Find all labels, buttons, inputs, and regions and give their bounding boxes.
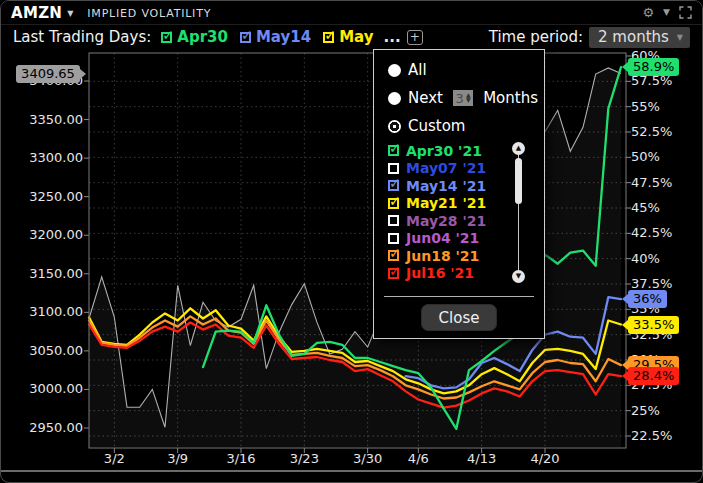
expiration-checkbox[interactable] (388, 163, 399, 174)
symbol-selector[interactable]: AMZN ▼ (11, 4, 73, 22)
expiration-label: May07 '21 (406, 160, 486, 176)
right-axis-tick: 37.5% (631, 276, 672, 291)
check-icon: ✓ (389, 193, 401, 209)
right-axis-tick: 42.5% (631, 225, 672, 240)
right-axis-tick: 40% (631, 251, 660, 266)
iv-value-badge: 28.4% (628, 367, 679, 385)
expiration-label: May21 '21 (406, 195, 486, 211)
last-trading-days-label: Last Trading Days: (13, 28, 151, 46)
chip-checkbox[interactable]: ✓ (240, 32, 251, 43)
expiration-checkbox[interactable]: ✓ (388, 145, 399, 156)
badge-arrow-icon (622, 294, 628, 304)
check-icon: ✓ (389, 140, 401, 156)
expiration-label: Jun18 '21 (406, 248, 479, 264)
badge-arrow-icon (622, 62, 628, 72)
left-axis-tick: 3050.00 (1, 343, 83, 358)
left-axis-tick: 3100.00 (1, 304, 83, 319)
x-axis-tick: 3/2 (92, 451, 136, 466)
radio-next-label: Next (408, 89, 443, 107)
chevron-down-icon[interactable]: ▼ (663, 8, 670, 17)
x-axis-tick: 3/9 (156, 451, 200, 466)
expiration-checkbox[interactable]: ✓ (388, 180, 399, 191)
iv-value-badge: 58.9% (628, 58, 679, 76)
chip-label: Apr30 (177, 28, 228, 46)
expiration-label: May14 '21 (406, 178, 486, 194)
expiration-label: Apr30 '21 (406, 143, 482, 159)
radio-all[interactable]: All (388, 56, 538, 84)
expiration-list: ✓Apr30 '21May07 '21✓May14 '21✓May21 '21M… (388, 142, 538, 292)
right-axis-tick: 50% (631, 149, 660, 164)
expiration-checkbox[interactable]: ✓ (388, 268, 399, 279)
stepper-down-icon[interactable]: ▼ (466, 98, 471, 103)
chevron-down-icon: ▼ (67, 9, 73, 18)
scroll-down-icon[interactable]: ▼ (512, 270, 525, 283)
add-expiration-button[interactable]: + (407, 30, 423, 45)
left-axis-tick: 3350.00 (1, 112, 83, 127)
expiration-label: Jun04 '21 (406, 230, 479, 246)
expiration-chips: ✓Apr30✓May14✓May (161, 28, 373, 46)
gear-icon[interactable]: ⚙ (642, 6, 654, 19)
left-axis-tick: 3300.00 (1, 150, 83, 165)
right-axis-tick: 55% (631, 99, 660, 114)
last-price-value: 3409.65 (21, 66, 75, 81)
window-controls: ⚙ ▼ (642, 6, 692, 19)
more-ellipsis: ... (384, 28, 401, 46)
months-value: 3 (456, 91, 464, 106)
expiration-checkbox[interactable] (388, 215, 399, 226)
radio-icon[interactable] (388, 92, 401, 105)
check-icon: ✓ (389, 263, 401, 279)
page-title: IMPLIED VOLATILITY (87, 7, 211, 20)
right-axis-tick: 47.5% (631, 175, 672, 190)
time-period-value: 2 months (598, 28, 669, 46)
iv-chart (1, 1, 703, 483)
chip-label: May (339, 28, 373, 46)
radio-icon[interactable] (388, 64, 401, 77)
chip-checkbox[interactable]: ✓ (161, 32, 172, 43)
radio-custom[interactable]: Custom (388, 112, 538, 140)
x-axis-tick: 3/23 (282, 451, 326, 466)
radio-selected-icon[interactable] (388, 120, 401, 133)
x-axis-tick: 4/20 (523, 451, 567, 466)
chip-checkbox[interactable]: ✓ (323, 32, 334, 43)
left-axis-tick: 3000.00 (1, 381, 83, 396)
check-icon: ✓ (162, 27, 174, 43)
expiration-chip[interactable]: ✓Apr30 (161, 28, 228, 46)
check-icon: ✓ (389, 245, 401, 261)
months-stepper[interactable]: 3 ▲ ▼ (453, 90, 473, 106)
badge-arrow-icon (622, 320, 628, 330)
expiration-checkbox[interactable]: ✓ (388, 198, 399, 209)
scrollbar-thumb[interactable] (515, 158, 522, 204)
time-period-label: Time period: (489, 28, 583, 46)
list-scrollbar[interactable]: ▲ ▼ (512, 142, 526, 290)
expiration-chip[interactable]: ✓May (323, 28, 373, 46)
expiration-checkbox[interactable] (388, 233, 399, 244)
iv-value-badge: 36% (628, 290, 667, 308)
radio-next-months[interactable]: Next 3 ▲ ▼ Months (388, 84, 538, 112)
radio-next-suffix: Months (483, 89, 538, 107)
x-axis-tick: 4/13 (460, 451, 504, 466)
chip-label: May14 (256, 28, 311, 46)
left-axis-tick: 3250.00 (1, 189, 83, 204)
x-axis-tick: 4/6 (396, 451, 440, 466)
expiration-checkbox[interactable]: ✓ (388, 250, 399, 261)
time-period-dropdown[interactable]: 2 months ▼ (589, 27, 690, 48)
close-button[interactable]: Close (421, 304, 497, 331)
expiration-chip[interactable]: ✓May14 (240, 28, 311, 46)
title-bar: AMZN ▼ IMPLIED VOLATILITY ⚙ ▼ (1, 1, 702, 25)
right-axis-tick: 52.5% (631, 124, 672, 139)
x-axis-tick: 3/30 (346, 451, 390, 466)
right-axis-tick: 22.5% (631, 428, 672, 443)
check-icon: ✓ (389, 175, 401, 191)
chevron-down-icon: ▼ (677, 33, 683, 42)
check-icon: ✓ (324, 27, 336, 43)
expand-icon[interactable] (679, 6, 692, 19)
scroll-up-icon[interactable]: ▲ (512, 142, 525, 155)
dialog-divider (384, 296, 534, 297)
left-axis-tick: 2950.00 (1, 420, 83, 435)
price-badge-arrow-icon (80, 69, 86, 79)
app-window: 3400.003350.003300.003250.003200.003150.… (0, 0, 703, 483)
expiration-label: May28 '21 (406, 213, 486, 229)
check-icon: ✓ (241, 27, 253, 43)
stepper-arrows[interactable]: ▲ ▼ (466, 93, 471, 103)
last-price-badge: 3409.65 (16, 65, 80, 83)
